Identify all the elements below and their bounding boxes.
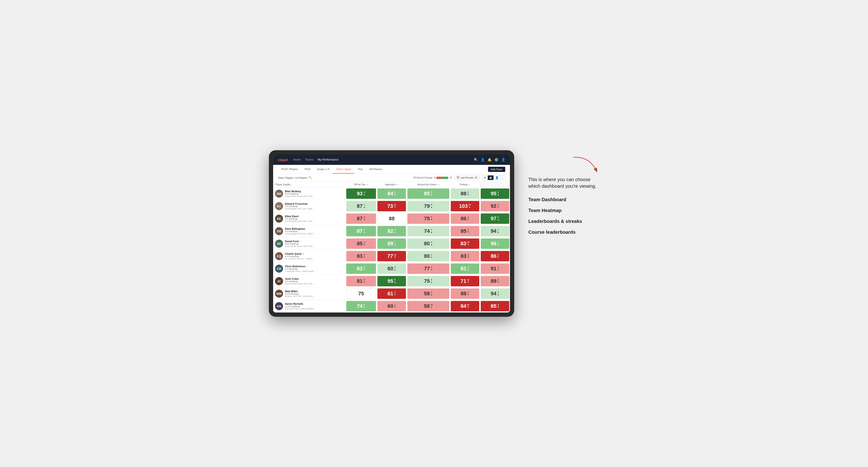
player-count: 14 Players — [295, 177, 307, 179]
add-team-button[interactable]: Add Team — [488, 167, 505, 172]
score-value: 94 — [491, 228, 496, 234]
player-name: Josh Coles — [285, 277, 344, 280]
player-cell-0[interactable]: BMBlair McHargPlus HandicapRoyal North D… — [273, 187, 346, 200]
verified-icon: ✓ — [302, 253, 304, 255]
arrow-up-icon — [431, 231, 433, 234]
edit-icon[interactable]: ✏️ — [309, 176, 312, 179]
player-cell-2[interactable]: EEElliot Ebert1-5 HandicapSunningdale Go… — [273, 213, 346, 225]
score-cell-quality: 871 — [346, 200, 377, 213]
player-handicap: 1-5 Handicap — [285, 205, 344, 208]
arrow-up-icon — [394, 244, 396, 246]
change-neg-bar — [436, 177, 441, 179]
tab-pga[interactable]: PGA — [302, 165, 314, 174]
bell-icon[interactable]: 🔔 — [488, 158, 492, 161]
search-icon[interactable]: 🔍 — [474, 158, 478, 161]
tab-pgat-players[interactable]: PGAT Players — [278, 165, 302, 174]
calendar-icon: 📅 — [456, 177, 459, 179]
tab-team-clippd[interactable]: Team Clippd — [333, 165, 354, 174]
score-value: 91 — [491, 266, 496, 271]
score-cell-approach: 584 — [407, 287, 450, 300]
main-content: Player Quality ↓ Off the Tee — Approach … — [273, 182, 510, 312]
score-value: 85 — [357, 241, 363, 246]
player-cell-6[interactable]: CRChris Robertson✓1-5 HandicapCraigmilla… — [273, 262, 346, 275]
score-value: 61 — [388, 291, 393, 296]
user-icon[interactable]: 👤 — [481, 158, 485, 161]
avatar-icon[interactable]: 👤 — [501, 158, 505, 161]
score-cell-approach: 858 — [407, 187, 450, 200]
nav-logo: clippd — [278, 158, 287, 162]
tab-hcaps[interactable]: Hcaps 1-5 — [314, 165, 333, 174]
col-player-quality: Player Quality ↓ — [273, 182, 346, 187]
col-putting: Putting — — [450, 182, 480, 187]
player-cell-8[interactable]: MMMatt Miller6-10 HandicapWoburn Golf Cl… — [273, 287, 346, 300]
score-value: 93 — [357, 191, 363, 196]
score-value: 77 — [387, 253, 393, 259]
score-cell-around-green: 882 — [450, 287, 480, 300]
player-name: Edward Crossman — [285, 203, 344, 205]
arrow-down-icon — [497, 281, 499, 283]
score-cell-approach: 803 — [407, 238, 450, 250]
annotation-arrow — [528, 155, 599, 174]
score-cell-quality: 934 — [346, 187, 377, 200]
arrow-down-icon — [363, 306, 365, 309]
score-value: 94 — [491, 291, 496, 296]
player-handicap: Plus Handicap — [285, 193, 344, 195]
score-cell-quality: 874 — [346, 225, 377, 238]
score-cell-approach: 752 — [407, 275, 450, 287]
score-cell-approach: 753 — [407, 213, 450, 225]
avatar: CQ — [275, 252, 283, 260]
arrow-up-icon — [497, 294, 499, 296]
nav-link-home[interactable]: Home — [293, 158, 301, 161]
nav-link-my-performance[interactable]: My Performance — [318, 158, 338, 161]
last-rounds-button[interactable]: 📅 Last Rounds: 20 — [454, 176, 479, 180]
arrow-down-icon — [363, 281, 365, 283]
annotation-item-2: Leaderboards & streaks — [528, 218, 599, 224]
player-cell-7[interactable]: JCJosh Coles1-5 HandicapRoyal North Devo… — [273, 275, 346, 287]
download-view-button[interactable]: ↓ — [500, 176, 505, 180]
avatar: EC — [275, 202, 283, 210]
settings-icon[interactable]: ⚙️ — [494, 158, 498, 161]
team-header-right: 20 Round Change -5 +5 📅 Last Rounds: 20 — [413, 175, 505, 180]
player-name: Blair McHarg — [285, 190, 344, 193]
player-cell-9[interactable]: ANAaron Nicholls11-15 HandicapDrift Golf… — [273, 300, 346, 312]
player-handicap: 1-5 Handicap — [285, 268, 344, 270]
nav-icons: 🔍 👤 🔔 ⚙️ 👤 — [474, 158, 505, 161]
score-value: 80 — [424, 241, 430, 246]
arrow-up-icon — [431, 256, 433, 258]
score-value: 75 — [424, 279, 430, 284]
player-cell-1[interactable]: ECEdward Crossman1-5 HandicapSunningdale… — [273, 200, 346, 213]
player-cell-3[interactable]: DBDave Billingham1-5 HandicapGog Magog G… — [273, 225, 346, 238]
score-value: 81 — [357, 279, 363, 284]
score-cell-off-tee: 602 — [377, 262, 407, 275]
score-cell-around-green: 8310 — [450, 238, 480, 250]
score-value: 85 — [424, 191, 430, 196]
arrow-up-icon — [431, 306, 433, 309]
arrow-up-icon — [431, 294, 433, 296]
score-cell-quality: 853 — [346, 238, 377, 250]
tab-tour[interactable]: Tour — [354, 165, 366, 174]
score-value: 60 — [388, 266, 393, 271]
score-cell-putting: 975 — [480, 213, 510, 225]
score-value: 80 — [424, 253, 430, 259]
score-cell-putting: 892 — [480, 275, 510, 287]
grid-view-button[interactable]: ⊞ — [482, 176, 488, 180]
arrow-down-icon — [363, 256, 365, 258]
score-value: 96 — [491, 241, 496, 246]
heatmap-view-button[interactable]: ▦ — [488, 176, 494, 180]
nav-link-teams[interactable]: Teams — [305, 158, 313, 161]
score-value: 58 — [424, 304, 430, 309]
player-club: Sunningdale Golf Club, United Kingdom — [285, 208, 316, 210]
score-value: 83 — [461, 253, 466, 259]
person-view-button[interactable]: 👤 — [494, 176, 500, 180]
arrow-up-icon — [363, 206, 365, 209]
arrow-down-icon — [467, 281, 469, 283]
arrow-up-icon — [431, 244, 433, 246]
arrow-down-icon — [394, 256, 396, 258]
score-cell-putting: 913 — [480, 262, 510, 275]
player-cell-4[interactable]: DFDavid Ford✓Plus HandicapRoyal North De… — [273, 238, 346, 250]
arrow-down-icon — [467, 294, 469, 296]
player-club: Sunningdale Golf Club, United Kingdom — [285, 220, 316, 222]
tab-all-players[interactable]: All Players — [366, 165, 385, 174]
arrow-up-icon — [497, 244, 499, 246]
player-cell-5[interactable]: CQCharlie Quick✓6-10 HandicapSt. George'… — [273, 250, 346, 262]
